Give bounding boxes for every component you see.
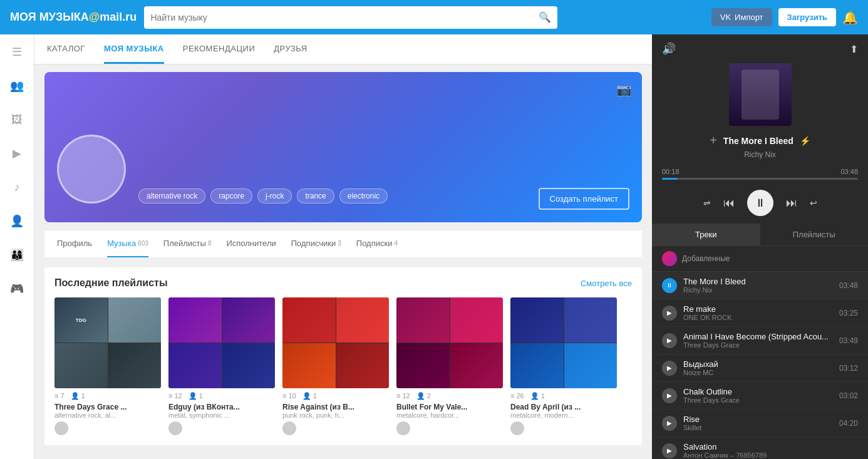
subnav-playlists[interactable]: Плейлисты8	[163, 230, 212, 257]
track-item-4[interactable]: ▶ Выдыхай Noize MC 03:12	[652, 354, 868, 382]
current-time: 00:18	[662, 168, 679, 175]
playlist-card-1[interactable]: TDG ≡ 7 👤 1 Three Days Grace ... alterna…	[54, 297, 161, 435]
right-panel: 🔊 ⬆ + The More I Bleed ⚡ Richy Nix 00:18…	[652, 34, 868, 459]
playlist-name-4: Bullet For My Vale...	[396, 403, 503, 411]
shuffle-button[interactable]: ⇌	[703, 198, 711, 208]
track-section-label: Добавленные	[652, 246, 868, 272]
playlist-meta-1: ≡ 7 👤 1 Three Days Grace ... alternative…	[54, 392, 161, 435]
sidebar-icon-users[interactable]: 👥	[6, 75, 28, 97]
subnav-music[interactable]: Музыка603	[107, 230, 148, 257]
tag-electronic[interactable]: electronic	[339, 188, 388, 204]
next-button[interactable]: ⏭	[786, 197, 797, 210]
view-all-link[interactable]: Смотреть все	[581, 279, 632, 288]
share-icon[interactable]: ⬆	[850, 43, 858, 55]
playlist-card-4[interactable]: ≡ 12 👤 2 Bullet For My Vale... metalcore…	[396, 297, 503, 435]
upload-button[interactable]: Загрузить	[778, 8, 836, 26]
tag-trance[interactable]: trance	[297, 188, 334, 204]
main-content: КАТАЛОГ МОЯ МУЗЫКА РЕКОМЕНДАЦИИ ДРУЗЬЯ 📷…	[34, 34, 652, 459]
playlist-stats-2: ≡ 12 👤 1	[168, 392, 275, 400]
playlist-cover-4	[396, 297, 503, 388]
sidebar-icon-music[interactable]: ♪	[6, 176, 28, 199]
sidebar-icon-image[interactable]: 🖼	[6, 108, 28, 131]
playlist-author-5	[510, 421, 617, 435]
nav-tab-recommendations[interactable]: РЕКОМЕНДАЦИИ	[183, 34, 256, 64]
playlist-card-3[interactable]: ≡ 10 👤 1 Rise Against (из В... punk rock…	[282, 297, 389, 435]
player-lightning-icon[interactable]: ⚡	[800, 136, 810, 146]
playlist-author-3	[282, 421, 389, 435]
track-name-2: Re make	[683, 304, 833, 314]
sidebar-icon-game[interactable]: 🎮	[6, 277, 28, 300]
tag-rapcore[interactable]: rapcore	[210, 188, 252, 204]
subnav-profile[interactable]: Профиль	[57, 230, 92, 257]
subnav-music-count: 603	[138, 240, 148, 247]
player-artist: Richy Nix	[652, 150, 868, 165]
create-playlist-button[interactable]: Создать плейлист	[539, 188, 629, 210]
player-tab-tracks[interactable]: Треки	[652, 224, 760, 245]
track-info-5: Chalk Outline Three Days Grace	[683, 387, 833, 404]
repeat-button[interactable]: ↩	[810, 198, 817, 208]
sidebar-icon-friends[interactable]: 👤	[6, 210, 28, 232]
track-play-btn-4[interactable]: ▶	[662, 361, 677, 376]
playlist-meta-4: ≡ 12 👤 2 Bullet For My Vale... metalcore…	[396, 392, 503, 435]
pause-button[interactable]: ⏸	[747, 190, 773, 216]
track-duration-6: 04:20	[839, 419, 858, 428]
subnav-subscribers[interactable]: Подписчики3	[291, 230, 341, 257]
player-controls: ⇌ ⏮ ⏸ ⏭ ↩	[652, 182, 868, 224]
track-info-3: Animal I Have Become (Stripped Acou... T…	[683, 332, 833, 349]
search-input[interactable]	[150, 13, 539, 23]
vk-import-label: Импорт	[735, 13, 763, 22]
track-pause-btn-1[interactable]: ⏸	[662, 278, 677, 293]
track-name-7: Salvation	[683, 442, 852, 451]
track-artist-1: Richy Nix	[683, 286, 833, 294]
track-item-5[interactable]: ▶ Chalk Outline Three Days Grace 03:02	[652, 382, 868, 410]
tag-j-rock[interactable]: j-rock	[257, 188, 292, 204]
search-icon[interactable]: 🔍	[539, 11, 551, 23]
prev-button[interactable]: ⏮	[723, 197, 735, 210]
player-artwork-inner	[729, 63, 792, 126]
author-avatar-2	[168, 421, 182, 435]
playlist-card-5[interactable]: ≡ 26 👤 1 Dead By April (из ... metalcore…	[510, 297, 617, 435]
progress-fill	[662, 178, 678, 180]
track-play-btn-6[interactable]: ▶	[662, 416, 677, 431]
track-artist-2: ONE OK ROCK	[683, 314, 833, 321]
track-item-1[interactable]: ⏸ The More I Bleed Richy Nix 03:48	[652, 272, 868, 299]
progress-bar-container: 00:18 03:48	[652, 165, 868, 182]
track-play-btn-3[interactable]: ▶	[662, 333, 677, 348]
sidebar-icon-group[interactable]: 👨‍👩‍👦	[6, 244, 28, 266]
section-title: Последние плейлисты	[54, 277, 168, 289]
track-play-btn-2[interactable]: ▶	[662, 306, 677, 321]
progress-bar[interactable]	[662, 178, 858, 180]
nav-tab-friends[interactable]: ДРУЗЬЯ	[274, 34, 307, 64]
subnav-subscriptions[interactable]: Подписки4	[356, 230, 398, 257]
subscriber-count-1: 👤 1	[71, 392, 85, 400]
search-bar[interactable]: 🔍	[144, 6, 557, 29]
track-info-2: Re make ONE OK ROCK	[683, 304, 833, 321]
track-item-2[interactable]: ▶ Re make ONE OK ROCK 03:25	[652, 299, 868, 327]
track-item-7[interactable]: ▶ Salvation Антон Самчик – 76856789	[652, 437, 868, 459]
sidebar-icon-list[interactable]: ☰	[6, 41, 28, 63]
playlist-card-2[interactable]: ≡ 12 👤 1 Edguy (из ВКонта... metal, symp…	[168, 297, 275, 435]
vk-import-button[interactable]: VK Импорт	[711, 8, 772, 26]
track-artist-6: Skillet	[683, 424, 833, 431]
track-play-btn-5[interactable]: ▶	[662, 388, 677, 403]
nav-tab-catalog[interactable]: КАТАЛОГ	[47, 34, 85, 64]
camera-icon[interactable]: 📷	[616, 82, 632, 97]
sidebar-icon-play[interactable]: ▶	[6, 142, 28, 165]
track-item-6[interactable]: ▶ Rise Skillet 04:20	[652, 410, 868, 437]
playlist-genres-4: metalcore, hardcor...	[396, 411, 503, 419]
profile-tags: alternative rock rapcore j-rock trance e…	[138, 188, 388, 204]
subscriber-count-3: 👤 1	[302, 392, 317, 400]
subnav-artists[interactable]: Исполнители	[226, 230, 276, 257]
player-add-icon[interactable]: +	[710, 133, 717, 148]
track-item-3[interactable]: ▶ Animal I Have Become (Stripped Acou...…	[652, 327, 868, 354]
logo[interactable]: МОЯ МУЗЫКА@mail.ru	[10, 11, 137, 24]
bell-icon[interactable]: 🔔	[842, 10, 858, 25]
playlist-meta-5: ≡ 26 👤 1 Dead By April (из ... metalcore…	[510, 392, 617, 435]
nav-tab-my-music[interactable]: МОЯ МУЗЫКА	[104, 34, 164, 64]
player-tab-playlists[interactable]: Плейлисты	[760, 224, 869, 245]
volume-icon[interactable]: 🔊	[662, 42, 676, 56]
track-play-btn-7[interactable]: ▶	[662, 443, 677, 458]
track-duration-3: 03:49	[839, 336, 858, 345]
player-header: 🔊 ⬆	[652, 34, 868, 63]
tag-alternative-rock[interactable]: alternative rock	[138, 188, 205, 204]
